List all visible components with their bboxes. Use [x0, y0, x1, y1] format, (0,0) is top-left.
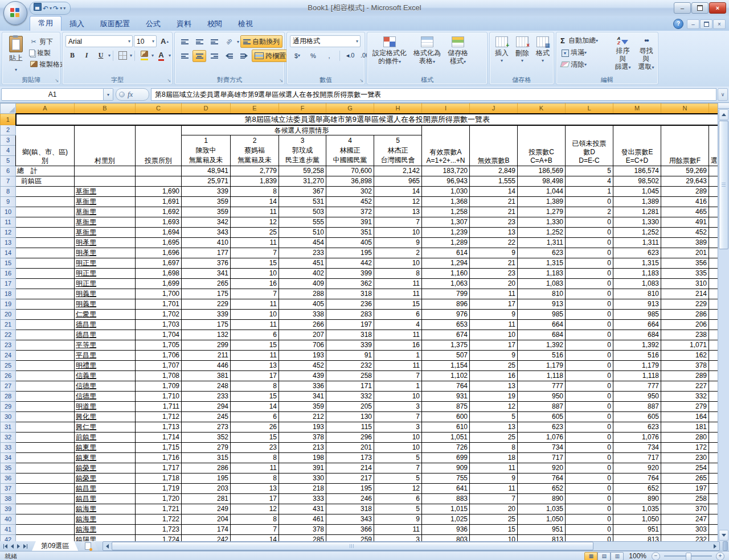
cell-value[interactable]: 8 [231, 514, 279, 524]
zoom-slider-thumb[interactable] [686, 553, 691, 560]
header-area[interactable]: 鄉(鎮、市、區)別 [16, 125, 75, 166]
cell-value[interactable]: 59,269 [661, 166, 709, 176]
cell-value[interactable]: 405 [326, 237, 374, 248]
row-header-24[interactable]: 24 [1, 350, 16, 360]
cell-value[interactable]: 0 [566, 227, 613, 237]
cell-village[interactable]: 信義里 [75, 370, 136, 381]
cell-value[interactable]: 175 [182, 289, 231, 299]
cell-value[interactable]: 332 [326, 391, 374, 401]
cell-value[interactable]: 0 [566, 504, 613, 514]
column-header-B[interactable]: B [75, 104, 136, 114]
cell-value[interactable]: 913 [518, 299, 566, 309]
cell-value[interactable]: 699 [422, 452, 470, 463]
cell-value[interactable]: 283 [326, 309, 374, 319]
row-header-27[interactable]: 27 [1, 381, 16, 391]
cell-value[interactable]: 238 [661, 330, 709, 340]
cell-value[interactable]: 378 [279, 432, 326, 442]
cell-value[interactable]: 359 [182, 207, 231, 217]
cell-village[interactable] [75, 166, 136, 176]
cell-value[interactable]: 227 [661, 381, 709, 391]
close-button[interactable]: × [709, 2, 726, 14]
cell-station[interactable]: 1,711 [136, 401, 182, 411]
cell-value[interactable]: 212 [279, 411, 326, 422]
font-size-select[interactable]: 10▾ [134, 35, 157, 47]
cell-village[interactable]: 興仁里 [75, 422, 136, 432]
cell-value[interactable]: 402 [279, 268, 326, 278]
cell-value[interactable]: 233 [182, 391, 231, 401]
cell-partial[interactable] [709, 299, 719, 309]
cell-value[interactable]: 1,050 [518, 514, 566, 524]
cell-district[interactable] [16, 504, 75, 514]
cell-value[interactable]: 16 [374, 340, 422, 350]
header-partial[interactable]: 選 [709, 125, 719, 166]
cell-value[interactable]: 0 [566, 381, 613, 391]
cell-value[interactable]: 201 [661, 248, 709, 258]
cell-value[interactable]: 285 [279, 534, 326, 541]
cell-value[interactable]: 11 [374, 330, 422, 340]
cell-village[interactable]: 信德里 [75, 391, 136, 401]
cell-value[interactable]: 254 [661, 463, 709, 473]
header-stat-1[interactable]: 無效票數B [470, 125, 518, 166]
cell-station[interactable]: 1,724 [136, 534, 182, 541]
cell-value[interactable]: 875 [422, 401, 470, 411]
cell-value[interactable]: 1,102 [422, 370, 470, 381]
cell-value[interactable]: 11 [231, 463, 279, 473]
cell-value[interactable]: 600 [422, 411, 470, 422]
header-stat-2[interactable]: 投票數CC=A+B [518, 125, 566, 166]
cell-value[interactable]: 7 [374, 463, 422, 473]
cell-value[interactable]: 341 [182, 268, 231, 278]
cell-value[interactable]: 11 [374, 524, 422, 534]
cell-value[interactable]: 810 [613, 289, 661, 299]
cell-station[interactable]: 1,698 [136, 268, 182, 278]
cell-value[interactable]: 247 [661, 514, 709, 524]
cell-village[interactable]: 仁愛里 [75, 309, 136, 319]
scroll-down-button[interactable] [719, 530, 728, 541]
cell-value[interactable]: 8 [470, 442, 518, 452]
cell-village[interactable]: 鎮東里 [75, 452, 136, 463]
cell-value[interactable]: 0 [566, 493, 613, 504]
align-right-button[interactable] [207, 50, 221, 62]
cell-value[interactable]: 5 [374, 452, 422, 463]
cell-station[interactable]: 1,706 [136, 350, 182, 360]
cell-value[interactable]: 173 [326, 452, 374, 463]
cell-value[interactable]: 14 [231, 534, 279, 541]
header-candidate-1[interactable]: 1陳致中無黨籍及未 [182, 135, 231, 166]
cell-value[interactable]: 950 [613, 391, 661, 401]
row-header-6[interactable]: 6 [1, 166, 16, 176]
cell-value[interactable]: 0 [566, 391, 613, 401]
cell-district[interactable] [16, 422, 75, 432]
insert-cells-button[interactable]: + 插入 ▾ [492, 34, 512, 78]
cell-value[interactable]: 339 [182, 186, 231, 196]
align-left-button[interactable] [178, 50, 191, 62]
cell-value[interactable]: 25 [231, 227, 279, 237]
cell-value[interactable]: 11 [470, 483, 518, 493]
cell-value[interactable]: 9 [374, 514, 422, 524]
vertical-scroll-track[interactable] [718, 249, 729, 530]
cell-value[interactable]: 931 [422, 391, 470, 401]
cell-value[interactable]: 410 [182, 237, 231, 248]
cell-partial[interactable] [709, 258, 719, 268]
cell-value[interactable]: 0 [566, 237, 613, 248]
cell-value[interactable]: 343 [182, 227, 231, 237]
cell-value[interactable]: 11 [231, 319, 279, 330]
cell-value[interactable]: 684 [518, 330, 566, 340]
cell-value[interactable]: 6 [374, 493, 422, 504]
cell-value[interactable]: 339 [182, 309, 231, 319]
cell-station[interactable]: 1,712 [136, 411, 182, 422]
cell-value[interactable]: 59,258 [279, 166, 326, 176]
cell-value[interactable]: 11 [374, 289, 422, 299]
cell-value[interactable]: 1,311 [518, 237, 566, 248]
cell-value[interactable]: 14 [231, 196, 279, 207]
cell-value[interactable]: 0 [566, 463, 613, 473]
cell-value[interactable]: 1,315 [518, 258, 566, 268]
cell-value[interactable]: 12 [231, 504, 279, 514]
delete-cells-button[interactable]: × 刪除 ▾ [512, 34, 533, 78]
cell-value[interactable]: 265 [661, 473, 709, 483]
cell-village[interactable]: 明孝里 [75, 237, 136, 248]
header-stat-3[interactable]: 已領未投票數DD=E-C [566, 125, 613, 166]
cell-value[interactable]: 197 [661, 483, 709, 493]
cell-partial[interactable] [709, 217, 719, 227]
cell-village[interactable]: 明正里 [75, 268, 136, 278]
cell-value[interactable]: 6 [374, 309, 422, 319]
cell-value[interactable]: 0 [566, 483, 613, 493]
